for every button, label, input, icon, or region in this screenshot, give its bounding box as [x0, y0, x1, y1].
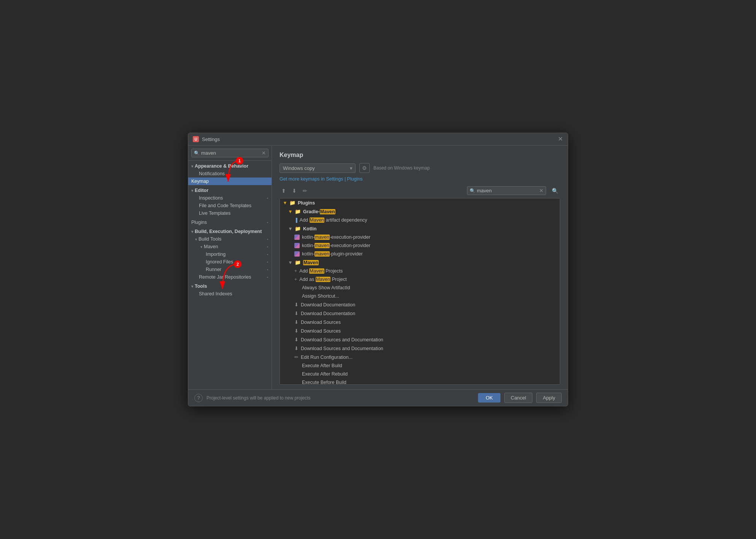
sidebar-item-build-exec[interactable]: Build, Execution, Deployment [188, 228, 272, 235]
tree-nav: Appearance & Behavior Notifications Keym… [188, 161, 272, 389]
sort-asc-button[interactable]: ⬆ [280, 187, 288, 195]
download-sources-doc2-label: Download Sources and Documentation [301, 346, 383, 351]
always-show-label: Always Show ArtifactId [302, 285, 350, 290]
main-panel: Keymap Windows copy Default Mac OS X Ema… [272, 146, 568, 389]
download-icon-2: ⬇ [294, 311, 299, 316]
list-item-exec-after-build[interactable]: Execute After Build [280, 361, 560, 370]
pencil-icon-1: ✏ [294, 354, 299, 360]
keymap-gear-button[interactable]: ⚙ [359, 163, 370, 173]
list-item-exec-before-build[interactable]: Execute Before Build [280, 378, 560, 385]
folder-icon-plugins: 📁 [289, 200, 295, 206]
toolbar-row: ⬆ ⬇ ✏ 🔍 ✕ 🔍 [280, 186, 560, 195]
close-button[interactable]: ✕ [557, 136, 563, 142]
download-icon-6: ⬇ [294, 346, 299, 351]
list-item-add-maven-projects[interactable]: + Add Maven Projects [280, 267, 560, 275]
help-button[interactable]: ? [194, 394, 203, 402]
list-item-download-sources2[interactable]: ⬇ Download Sources [280, 327, 560, 335]
list-item-kotlin-maven-exec1[interactable]: kotlin-maven-execution-provider [280, 233, 560, 241]
kotlin-icon-2 [294, 243, 300, 248]
list-item-download-sources-doc2[interactable]: ⬇ Download Sources and Documentation [280, 344, 560, 353]
chevron-tools [191, 284, 193, 289]
chevron-maven [200, 245, 202, 249]
apply-button[interactable]: Apply [536, 393, 562, 403]
edit-run-config-label: Edit Run Configuration... [301, 355, 353, 360]
list-item-kotlin-maven-plugin[interactable]: kotlin-maven-plugin-provider [280, 250, 560, 258]
dialog-title: Settings [202, 136, 220, 142]
list-item-download-doc2[interactable]: ⬇ Download Documentation [280, 309, 560, 318]
chevron-plugins: ▾ [284, 200, 286, 206]
download-sources2-label: Download Sources [301, 328, 341, 334]
download-icon-5: ⬇ [294, 337, 299, 342]
bottom-bar: ? Project-level settings will be applied… [188, 389, 568, 406]
add-maven-artifact-label: Add Maven artifact dependency [300, 217, 367, 223]
keymap-select[interactable]: Windows copy Default Mac OS X Emacs [280, 163, 356, 173]
ok-button[interactable]: OK [478, 393, 500, 403]
chevron-gradle-maven: ▾ [289, 209, 292, 214]
bottom-info: Project-level settings will be applied t… [206, 395, 474, 401]
link-row: Get more keymaps in Settings | Plugins [280, 176, 560, 182]
list-item-download-doc1[interactable]: ⬇ Download Documentation [280, 300, 560, 309]
exec-after-build-label: Execute After Build [302, 363, 342, 368]
app-icon: U [193, 136, 199, 142]
sidebar-item-build-tools[interactable]: Build Tools ▪ [188, 235, 272, 243]
keymaps-plugins-link[interactable]: Get more keymaps in Settings | Plugins [280, 176, 363, 182]
edit-button[interactable]: ✏ [301, 187, 309, 195]
kotlin-icon-1 [294, 235, 300, 240]
sidebar-item-editor[interactable]: Editor [188, 187, 272, 194]
cancel-button[interactable]: Cancel [504, 393, 532, 403]
kotlin-maven-exec1-label: kotlin-maven-execution-provider [302, 235, 370, 240]
list-item-download-sources-doc1[interactable]: ⬇ Download Sources and Documentation [280, 335, 560, 344]
sidebar-item-tools[interactable]: Tools [188, 282, 272, 290]
sort-desc-button[interactable]: ⬇ [290, 187, 299, 195]
clear-search-icon[interactable]: ✕ [262, 150, 266, 156]
list-item-kotlin-maven-exec2[interactable]: kotlin-maven-execution-provider [280, 241, 560, 250]
sidebar-item-ignored-files[interactable]: Ignored Files ▪ [188, 258, 272, 266]
sidebar-item-inspections[interactable]: Inspections ▪ [188, 194, 272, 202]
sidebar-item-remote-jar[interactable]: Remote Jar Repositories ▪ [188, 273, 272, 281]
sidebar-item-notifications[interactable]: Notifications [188, 170, 272, 178]
bar-chart-icon: ▐ [294, 218, 297, 222]
gradle-maven-label: Gradle-Maven [303, 209, 335, 214]
list-item-assign-shortcut[interactable]: Assign Shortcut... [280, 292, 560, 300]
sidebar-item-live-templates[interactable]: Live Templates [188, 209, 272, 217]
list-item-download-sources1[interactable]: ⬇ Download Sources [280, 318, 560, 327]
highlight-maven-as: Maven [316, 277, 331, 282]
highlight-maven-kotlin3: maven [314, 251, 330, 257]
sidebar-item-shared-indexes[interactable]: Shared Indexes [188, 290, 272, 298]
list-item-gradle-maven[interactable]: ▾ 📁 Gradle-Maven [280, 207, 560, 216]
plus-icon-1: + [294, 268, 297, 274]
keymap-select-wrap: Windows copy Default Mac OS X Emacs [280, 163, 356, 173]
list-item-add-as-maven-project[interactable]: + Add as Maven Project [280, 275, 560, 284]
keymap-list[interactable]: ▾ 📁 Plugins ▾ 📁 Gradle-Maven ▐ Add Maven… [280, 198, 560, 385]
sidebar-item-runner[interactable]: Runner ▪ [188, 266, 272, 273]
title-bar: U Settings ✕ [188, 133, 568, 146]
content-area: 🔍 ✕ Appearance & Behavior Notifications … [188, 146, 568, 389]
list-item-add-maven-artifact[interactable]: ▐ Add Maven artifact dependency [280, 216, 560, 224]
list-item-edit-run-config[interactable]: ✏ Edit Run Configuration... [280, 353, 560, 361]
sidebar-item-keymap[interactable]: Keymap [188, 178, 272, 185]
sidebar-item-appearance[interactable]: Appearance & Behavior [188, 162, 272, 170]
highlight-maven-kotlin1: maven [314, 235, 330, 240]
sidebar-item-plugins[interactable]: Plugins ▪ [188, 219, 272, 226]
highlight-maven-group: Maven [303, 260, 319, 265]
sidebar-item-importing[interactable]: Importing ▪ [188, 250, 272, 258]
assign-shortcut-label: Assign Shortcut... [302, 293, 339, 299]
download-icon-4: ⬇ [294, 328, 299, 334]
sidebar-search-input[interactable] [201, 150, 260, 156]
folder-icon-gradle-maven: 📁 [295, 209, 301, 214]
search-icon: 🔍 [194, 151, 200, 156]
based-on-text: Based on Windows keymap [373, 165, 430, 171]
find-action-button[interactable]: 🔍 [550, 187, 560, 195]
list-item-always-show[interactable]: Always Show ArtifactId [280, 284, 560, 292]
clear-search-field-icon[interactable]: ✕ [539, 188, 543, 193]
sidebar-item-maven[interactable]: Maven ▪ [188, 243, 272, 250]
list-item-maven-group[interactable]: ▾ 📁 Maven [280, 258, 560, 267]
keymap-row: Windows copy Default Mac OS X Emacs ⚙ Ba… [280, 163, 560, 173]
sidebar-item-file-code-templates[interactable]: File and Code Templates [188, 202, 272, 209]
download-sources-doc1-label: Download Sources and Documentation [301, 337, 383, 342]
list-item-exec-after-rebuild[interactable]: Execute After Rebuild [280, 370, 560, 378]
keymap-search-input[interactable] [477, 188, 538, 193]
list-item-plugins-group[interactable]: ▾ 📁 Plugins [280, 198, 560, 207]
list-item-kotlin-group[interactable]: ▾ 📁 Kotlin [280, 224, 560, 233]
download-sources1-label: Download Sources [301, 320, 341, 325]
